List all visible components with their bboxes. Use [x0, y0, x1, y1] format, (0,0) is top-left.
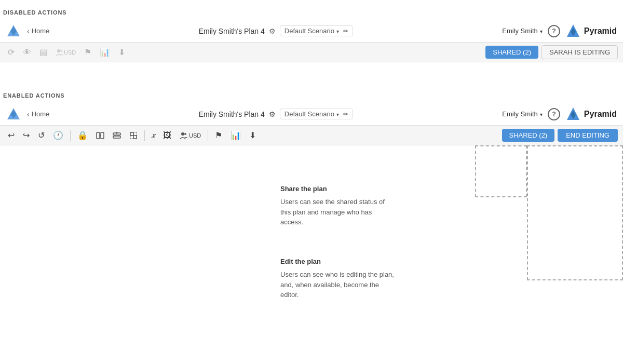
split-v-btn[interactable] [93, 130, 107, 141]
scenario-pill-enabled[interactable]: Default Scenario ✏ [280, 109, 353, 119]
nav-right-disabled: Emily Smith ? Pyramid [502, 23, 617, 39]
shared-button-disabled: SHARED (2) [485, 46, 538, 59]
user-pill-disabled: Emily Smith [502, 27, 543, 35]
enabled-navbar: ‹ Home Emily Smith's Plan 4 ⚙ Default Sc… [0, 103, 623, 126]
plan-title-disabled: Emily Smith's Plan 4 [199, 27, 265, 35]
bar-chart-btn-disabled: 📊 [97, 46, 113, 59]
usd-btn-disabled: USD [53, 47, 78, 58]
people-usd-icon [180, 131, 188, 140]
nav-right-enabled: Emily Smith ? Pyramid [502, 106, 617, 122]
editing-button-disabled: SARAH IS EDITING [541, 45, 618, 59]
brand-enabled: Pyramid [565, 106, 617, 122]
download-btn-disabled: ⬇ [116, 46, 128, 59]
nav-back-disabled: ‹ Home [27, 27, 49, 35]
plan-title-enabled: Emily Smith's Plan 4 [199, 110, 265, 118]
separator-3 [208, 130, 208, 141]
disabled-section: DISABLED ACTIONS ‹ Home Emily Smith's Pl… [0, 0, 623, 62]
chart-btn-disabled: ▤ [37, 46, 50, 59]
end-editing-highlight-rect [527, 145, 623, 280]
user-chevron-icon-enabled [540, 110, 543, 118]
svg-rect-13 [101, 132, 104, 139]
brand-disabled: Pyramid [565, 23, 617, 39]
separator-2 [144, 130, 145, 141]
share-tooltip-desc: Users can see the shared status of this … [280, 197, 395, 227]
pyramid-logo-icon-enabled [6, 107, 21, 122]
svg-point-5 [57, 49, 60, 52]
resize-btn[interactable] [127, 130, 140, 141]
insert-row-btn[interactable] [110, 130, 124, 141]
people-icon-disabled [56, 48, 64, 57]
scenario-chevron-icon-enabled [336, 110, 339, 118]
flag-btn-enabled[interactable]: ⚑ [212, 129, 225, 142]
disabled-navbar: ‹ Home Emily Smith's Plan 4 ⚙ Default Sc… [0, 20, 623, 43]
bar-chart-btn-enabled[interactable]: 📊 [228, 129, 243, 142]
user-pill-enabled[interactable]: Emily Smith [502, 110, 543, 118]
main-content: Share the plan Users can see the shared … [0, 145, 623, 332]
brand-logo-icon-enabled [565, 106, 581, 122]
pyramid-logo-icon [6, 24, 21, 38]
back-label-enabled: Home [32, 110, 50, 118]
eye-btn-disabled: 👁 [20, 46, 34, 59]
download-btn-enabled[interactable]: ⬇ [247, 129, 259, 142]
enabled-toolbar: ↩ ↪ ↺ 🕐 🔒 [0, 126, 623, 145]
scenario-pill-disabled: Default Scenario ✏ [280, 25, 353, 36]
usd-btn-enabled[interactable]: USD [177, 130, 204, 141]
scenario-chevron-icon-disabled [336, 27, 339, 35]
enabled-label: ENABLED ACTIONS [0, 83, 623, 103]
history-btn-enabled[interactable]: 🕐 [50, 129, 66, 142]
redo-btn[interactable]: ↪ [20, 129, 32, 142]
disabled-label: DISABLED ACTIONS [0, 0, 623, 20]
shared-button-enabled[interactable]: SHARED (2) [502, 129, 555, 142]
lock-btn[interactable]: 🔒 [75, 129, 90, 142]
shared-highlight-rect [475, 145, 527, 197]
share-tooltip-title: Share the plan [280, 185, 395, 193]
gear-button-disabled: ⚙ [268, 26, 277, 36]
nav-back-enabled[interactable]: ‹ Home [27, 110, 49, 118]
svg-rect-16 [113, 136, 120, 138]
nav-title-enabled: Emily Smith's Plan 4 ⚙ Default Scenario … [53, 109, 498, 119]
svg-point-24 [184, 133, 186, 135]
brand-logo-icon-disabled [565, 23, 581, 39]
svg-point-23 [181, 132, 184, 136]
undo2-btn[interactable]: ↺ [35, 129, 47, 142]
back-chevron-icon: ‹ [27, 27, 30, 35]
enabled-section: ENABLED ACTIONS ‹ Home Emily Smith's Pla… [0, 83, 623, 332]
separator-1 [70, 130, 71, 141]
svg-point-6 [60, 50, 62, 52]
history-btn-disabled: ⟳ [5, 46, 17, 59]
share-tooltip: Share the plan Users can see the shared … [270, 177, 405, 236]
pencil-icon-enabled: ✏ [343, 111, 348, 118]
end-editing-button[interactable]: END EDITING [558, 129, 618, 142]
user-chevron-icon-disabled [540, 27, 543, 35]
edit-tooltip-title: Edit the plan [280, 258, 395, 265]
nav-title-disabled: Emily Smith's Plan 4 ⚙ Default Scenario … [53, 25, 498, 36]
undo-btn[interactable]: ↩ [5, 129, 17, 142]
flag-btn-disabled: ⚑ [82, 46, 94, 59]
back-label-disabled: Home [32, 27, 50, 35]
disabled-toolbar: ⟳ 👁 ▤ USD ⚑ 📊 ⬇ SHARED (2) SARAH IS EDIT… [0, 43, 623, 62]
help-button-enabled[interactable]: ? [548, 108, 560, 120]
back-chevron-icon-enabled: ‹ [27, 110, 30, 118]
edit-tooltip: Edit the plan Users can see who is editi… [270, 249, 405, 308]
help-button-disabled: ? [548, 25, 560, 37]
edit-tooltip-desc: Users can see who is editing the plan, a… [280, 269, 395, 300]
gear-button-enabled[interactable]: ⚙ [268, 109, 277, 119]
formula-btn[interactable]: 𝑥 [149, 129, 157, 141]
image-btn[interactable]: 🖼 [160, 129, 174, 142]
pencil-icon-disabled: ✏ [343, 28, 348, 35]
svg-rect-12 [97, 132, 100, 139]
